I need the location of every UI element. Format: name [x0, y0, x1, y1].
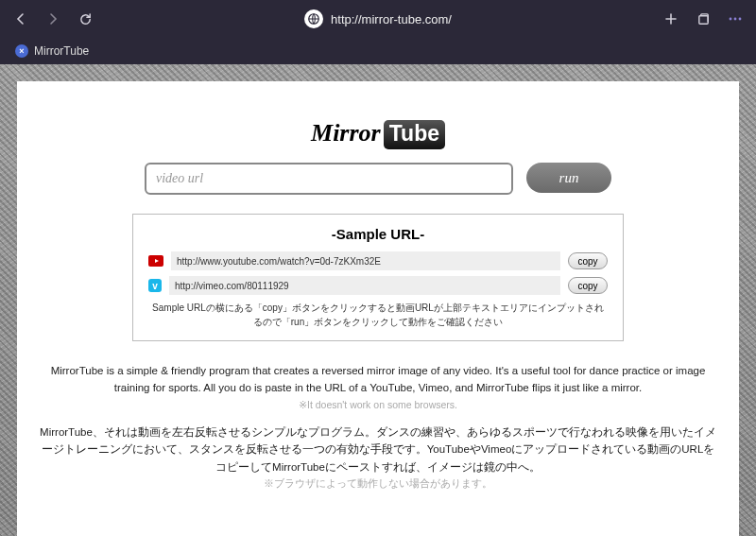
browser-chrome: http://mirror-tube.com/ × MirrorTube	[0, 0, 756, 64]
sample-note: Sample URLの横にある「copy」ボタンをクリックすると動画URLが上部…	[148, 301, 608, 329]
url-text: http://mirror-tube.com/	[331, 12, 452, 26]
back-button[interactable]	[8, 6, 34, 32]
svg-point-2	[730, 18, 732, 21]
sample-url-vimeo[interactable]	[169, 276, 560, 295]
youtube-icon	[148, 255, 163, 267]
description-jp: MirrorTube、それは動画を左右反転させるシンプルなプログラム。ダンスの練…	[36, 424, 720, 475]
toolbar: http://mirror-tube.com/	[0, 0, 756, 38]
close-tab-icon[interactable]: ×	[15, 44, 28, 58]
run-button[interactable]: run	[526, 163, 611, 193]
logo: MirrorTube	[36, 119, 720, 149]
video-url-input[interactable]	[145, 163, 513, 195]
vimeo-icon: v	[148, 279, 162, 292]
page-content: MirrorTube run -Sample URL- copy v copy …	[17, 81, 739, 536]
forward-button[interactable]	[40, 6, 66, 32]
tabs-button[interactable]	[690, 6, 716, 32]
svg-point-4	[739, 18, 742, 21]
page-viewport: MirrorTube run -Sample URL- copy v copy …	[0, 64, 756, 536]
globe-icon	[304, 9, 323, 28]
description-en: MirrorTube is a simple & friendly progra…	[36, 362, 720, 397]
tab-title: MirrorTube	[34, 44, 89, 58]
address-bar[interactable]: http://mirror-tube.com/	[304, 9, 452, 28]
tab-mirrortube[interactable]: × MirrorTube	[8, 43, 96, 60]
svg-rect-1	[698, 15, 707, 23]
description-en-note: ※It doesn't work on some browsers.	[36, 399, 720, 410]
description-jp-note: ※ブラウザによって動作しない場合があります。	[36, 477, 720, 491]
logo-mirror-text: Mirror	[311, 119, 381, 147]
sample-url-box: -Sample URL- copy v copy Sample URLの横にある…	[132, 214, 624, 341]
sample-row-youtube: copy	[148, 251, 608, 270]
reload-button[interactable]	[72, 6, 98, 32]
new-tab-button[interactable]	[658, 6, 684, 32]
menu-button[interactable]	[722, 6, 748, 32]
input-row: run	[36, 163, 720, 195]
sample-title: -Sample URL-	[148, 226, 608, 242]
sample-url-youtube[interactable]	[171, 251, 560, 270]
sample-row-vimeo: v copy	[148, 276, 608, 295]
logo-tube-text: Tube	[384, 120, 445, 149]
svg-point-3	[734, 18, 737, 21]
copy-button-youtube[interactable]: copy	[568, 252, 608, 269]
tab-strip: × MirrorTube	[0, 38, 756, 64]
copy-button-vimeo[interactable]: copy	[568, 277, 608, 294]
